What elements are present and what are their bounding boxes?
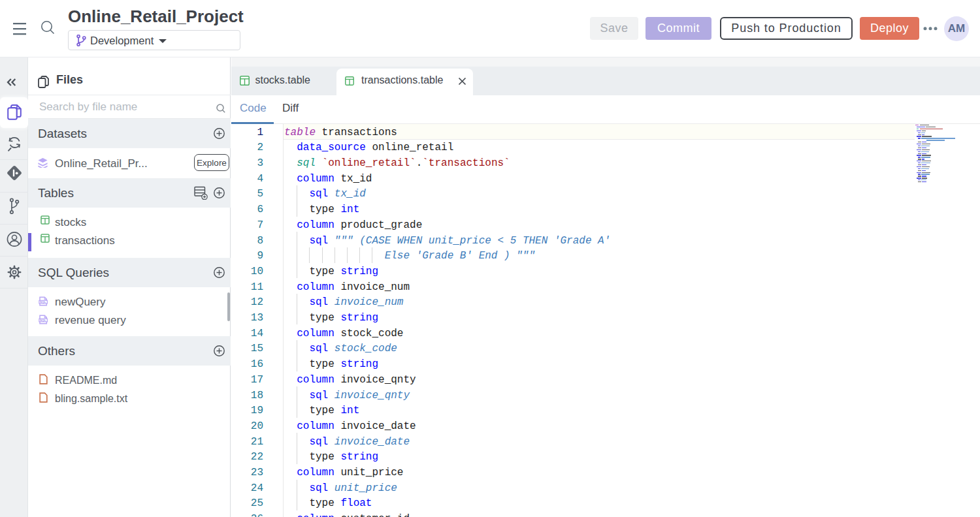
svg-text:SQL: SQL bbox=[40, 319, 46, 322]
svg-text:SQL: SQL bbox=[40, 300, 46, 304]
